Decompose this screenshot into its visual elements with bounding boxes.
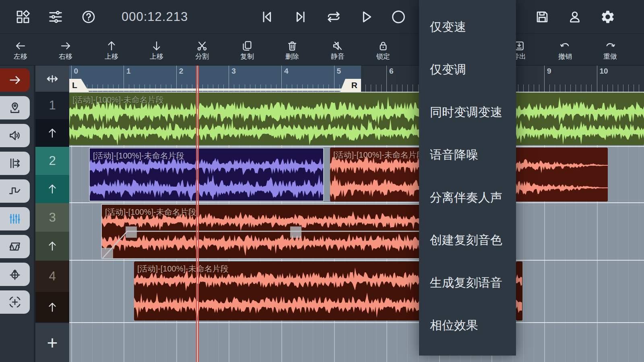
menu-item-8[interactable]: 相位效果 xyxy=(419,304,516,347)
record-icon xyxy=(390,9,407,25)
mute-button[interactable]: 静音 xyxy=(318,34,358,66)
volume-automation[interactable] xyxy=(102,205,447,259)
ruler-minor-tick xyxy=(523,84,524,92)
lane-separator xyxy=(69,202,644,203)
tool-volume[interactable] xyxy=(0,124,30,147)
timeline-ruler[interactable]: 012345678910LR xyxy=(69,66,644,92)
tool-pan[interactable] xyxy=(0,263,30,286)
split-button[interactable]: 分割 xyxy=(182,34,222,66)
record-button[interactable] xyxy=(387,0,410,33)
tool-routing[interactable] xyxy=(0,152,30,175)
gear-icon xyxy=(600,9,615,25)
ruler-minor-tick xyxy=(565,84,566,92)
speaker-icon xyxy=(8,129,22,142)
ruler-minor-tick xyxy=(376,84,376,92)
track-4-collapse-button[interactable] xyxy=(35,292,69,322)
copy-button[interactable]: 复制 xyxy=(227,34,267,66)
menu-item-1[interactable]: 仅变速 xyxy=(419,6,516,48)
projects-button[interactable] xyxy=(12,0,34,33)
ruler-minor-tick xyxy=(576,84,576,92)
save-button[interactable] xyxy=(531,0,553,33)
arrow-up-icon xyxy=(46,240,58,252)
audio-clip-t3[interactable]: [活动]-[100%]-未命名片段 xyxy=(101,204,447,259)
loop-button[interactable] xyxy=(322,0,345,33)
ruler-minor-tick xyxy=(239,84,239,92)
clip-label: [活动]-[100%]-未命名片段 xyxy=(72,95,164,105)
split-label: 分割 xyxy=(195,53,209,60)
tool-shrink[interactable] xyxy=(0,290,30,314)
ruler-major-tick xyxy=(124,66,124,92)
track-height-resize[interactable] xyxy=(35,66,69,92)
menu-item-7[interactable]: 生成复刻语音 xyxy=(419,261,516,304)
menu-item-6[interactable]: 创建复刻音色 xyxy=(419,219,516,261)
ruler-tick-label: 1 xyxy=(126,67,131,76)
ruler-minor-tick xyxy=(308,84,308,92)
move-up-button[interactable]: 上移 xyxy=(91,34,132,66)
track-3-collapse-button[interactable] xyxy=(35,232,69,261)
ruler-minor-tick xyxy=(223,84,224,92)
ruler-minor-tick xyxy=(234,84,234,92)
move-right-button[interactable]: 右移 xyxy=(45,34,86,66)
ruler-minor-tick xyxy=(192,84,192,92)
tool-step-edit[interactable] xyxy=(0,179,30,203)
audio-clip-t1[interactable]: [活动]-[100%]-未命名片段 xyxy=(69,93,644,145)
skip-end-button[interactable] xyxy=(289,0,312,33)
track-number-label: 4 xyxy=(49,269,56,284)
plus-icon: + xyxy=(47,332,58,354)
lane-separator xyxy=(69,322,644,323)
ruler-major-tick xyxy=(176,66,177,92)
ruler-minor-tick xyxy=(623,84,623,92)
ruler-minor-tick xyxy=(213,84,213,92)
play-button[interactable] xyxy=(355,0,378,33)
menu-item-2[interactable]: 仅变调 xyxy=(419,48,516,91)
redo-button[interactable]: 重做 xyxy=(590,34,630,66)
audio-clip-t4[interactable]: [活动]-[100%]-未命名片段 xyxy=(134,261,443,321)
skip-start-button[interactable] xyxy=(256,0,278,33)
tool-marker[interactable] xyxy=(0,96,30,119)
playhead[interactable] xyxy=(196,66,199,362)
delete-button[interactable]: 删除 xyxy=(272,34,312,66)
ruler-major-tick xyxy=(334,66,334,92)
add-track-button[interactable]: + xyxy=(35,323,69,362)
ruler-minor-tick xyxy=(266,84,266,92)
ruler-tick-label: 5 xyxy=(337,67,341,76)
ruler-tick-label: 0 xyxy=(74,67,78,76)
waveform xyxy=(516,261,522,321)
ruler-minor-tick xyxy=(607,84,608,92)
move-left-button[interactable]: 左移 xyxy=(0,34,41,66)
track-2-number[interactable]: 2 xyxy=(35,147,69,175)
arrange-area[interactable]: [活动]-[100%]-未命名片段[活动]-[100%]-未命名片段[活动]-[… xyxy=(69,92,644,362)
track-2-collapse-button[interactable] xyxy=(35,175,69,203)
help-button[interactable] xyxy=(77,0,100,33)
ruler-minor-tick xyxy=(255,84,256,92)
ruler-minor-tick xyxy=(560,84,560,92)
tool-mixer[interactable] xyxy=(0,207,30,230)
move-down-button[interactable]: 上移 xyxy=(136,34,177,66)
audio-clip-t4b[interactable] xyxy=(516,261,522,321)
tool-select[interactable] xyxy=(0,68,30,92)
menu-item-3[interactable]: 同时变调变速 xyxy=(419,91,516,134)
track-3-number[interactable]: 3 xyxy=(35,203,69,232)
track-4-number[interactable]: 4 xyxy=(35,261,69,292)
delete-label: 删除 xyxy=(285,53,299,60)
ruler-minor-tick xyxy=(591,84,592,92)
undo-label: 撤销 xyxy=(558,53,572,60)
ruler-minor-tick xyxy=(302,84,303,92)
arrow-up-icon xyxy=(105,40,118,52)
tune-button[interactable] xyxy=(44,0,67,33)
menu-item-5[interactable]: 分离伴奏人声 xyxy=(419,176,516,219)
tool-region-wave[interactable] xyxy=(0,235,30,258)
track-1-number[interactable]: 1 xyxy=(35,92,69,119)
ruler-tick-label: 9 xyxy=(547,67,551,76)
routing-icon xyxy=(8,156,22,170)
audio-clip-t2a[interactable]: [活动]-[100%]-未命名片段 xyxy=(89,148,324,202)
menu-item-4[interactable]: 语音降噪 xyxy=(419,134,516,176)
track-number-label: 3 xyxy=(49,210,56,225)
track-1-collapse-button[interactable] xyxy=(35,119,69,147)
lock-button[interactable]: 锁定 xyxy=(363,34,403,66)
account-button[interactable] xyxy=(564,0,586,33)
mute-label: 静音 xyxy=(331,53,345,60)
settings-button[interactable] xyxy=(597,0,619,33)
ruler-minor-tick xyxy=(539,84,539,92)
undo-button[interactable]: 撤销 xyxy=(545,34,585,66)
